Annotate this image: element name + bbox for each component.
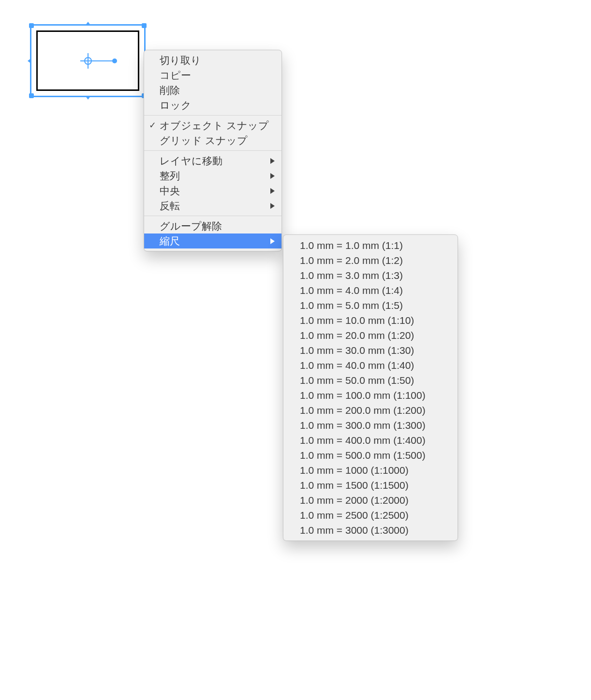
scale-option-label: 1.0 mm = 3000 (1:3000) <box>300 525 409 536</box>
submenu-arrow-icon <box>270 188 275 194</box>
scale-option-label: 1.0 mm = 100.0 mm (1:100) <box>300 390 426 401</box>
menu-item-label: グループ解除 <box>160 219 222 233</box>
scale-option-label: 1.0 mm = 400.0 mm (1:400) <box>300 435 426 446</box>
rotation-handle-line <box>88 60 115 61</box>
menu-item-align[interactable]: 整列 <box>144 168 281 183</box>
resize-handle-bottom-left[interactable] <box>29 93 34 98</box>
scale-option[interactable]: 1.0 mm = 2000 (1:2000) <box>283 493 458 508</box>
scale-option-label: 1.0 mm = 2.0 mm (1:2) <box>300 255 403 266</box>
context-menu: 切り取り コピー 削除 ロック ✓ オブジェクト スナップ グリッド スナップ … <box>144 50 282 251</box>
menu-item-label: 削除 <box>160 84 180 97</box>
scale-option[interactable]: 1.0 mm = 1000 (1:1000) <box>283 463 458 478</box>
menu-item-label: 反転 <box>160 199 180 213</box>
checkmark-icon: ✓ <box>149 120 156 131</box>
submenu-arrow-icon <box>270 203 275 209</box>
scale-option[interactable]: 1.0 mm = 1500 (1:1500) <box>283 478 458 493</box>
scale-option-label: 1.0 mm = 500.0 mm (1:500) <box>300 450 426 461</box>
menu-item-label: 切り取り <box>160 54 201 67</box>
submenu-arrow-icon <box>270 173 275 179</box>
submenu-arrow-icon <box>270 238 275 244</box>
menu-item-label: グリッド スナップ <box>160 134 248 147</box>
scale-option-label: 1.0 mm = 5.0 mm (1:5) <box>300 300 403 311</box>
resize-handle-top-right[interactable] <box>142 23 147 28</box>
resize-handle-top-left[interactable] <box>29 23 34 28</box>
scale-option[interactable]: 1.0 mm = 2.0 mm (1:2) <box>283 253 458 268</box>
scale-option-label: 1.0 mm = 20.0 mm (1:20) <box>300 330 414 341</box>
menu-item-label: レイヤに移動 <box>160 154 222 168</box>
menu-separator <box>144 216 281 216</box>
menu-item-label: ロック <box>160 99 192 112</box>
scale-option[interactable]: 1.0 mm = 40.0 mm (1:40) <box>283 358 458 373</box>
scale-option[interactable]: 1.0 mm = 300.0 mm (1:300) <box>283 418 458 433</box>
scale-option[interactable]: 1.0 mm = 5.0 mm (1:5) <box>283 298 458 313</box>
selected-object[interactable] <box>30 24 146 97</box>
scale-option-label: 1.0 mm = 50.0 mm (1:50) <box>300 375 414 386</box>
scale-submenu: 1.0 mm = 1.0 mm (1:1) 1.0 mm = 2.0 mm (1… <box>283 234 458 541</box>
scale-option[interactable]: 1.0 mm = 500.0 mm (1:500) <box>283 448 458 463</box>
scale-option[interactable]: 1.0 mm = 3.0 mm (1:3) <box>283 268 458 283</box>
menu-item-copy[interactable]: コピー <box>144 68 281 83</box>
menu-item-label: オブジェクト スナップ <box>160 119 269 132</box>
resize-handle-left[interactable] <box>28 58 31 64</box>
menu-item-scale[interactable]: 縮尺 <box>144 233 281 248</box>
scale-option[interactable]: 1.0 mm = 50.0 mm (1:50) <box>283 373 458 388</box>
menu-separator <box>144 115 281 116</box>
scale-option[interactable]: 1.0 mm = 30.0 mm (1:30) <box>283 343 458 358</box>
menu-item-delete[interactable]: 削除 <box>144 83 281 98</box>
menu-item-ungroup[interactable]: グループ解除 <box>144 219 281 233</box>
rotation-handle[interactable] <box>112 58 117 63</box>
scale-option[interactable]: 1.0 mm = 4.0 mm (1:4) <box>283 283 458 298</box>
menu-item-label: コピー <box>160 69 191 82</box>
submenu-arrow-icon <box>270 158 275 164</box>
scale-option[interactable]: 1.0 mm = 100.0 mm (1:100) <box>283 388 458 403</box>
scale-option-label: 1.0 mm = 3.0 mm (1:3) <box>300 270 403 281</box>
scale-option-label: 1.0 mm = 40.0 mm (1:40) <box>300 360 414 371</box>
menu-item-cut[interactable]: 切り取り <box>144 53 281 68</box>
scale-option-label: 1.0 mm = 10.0 mm (1:10) <box>300 315 414 326</box>
menu-item-grid-snap[interactable]: グリッド スナップ <box>144 133 281 148</box>
resize-handle-bottom[interactable] <box>85 96 91 100</box>
scale-option[interactable]: 1.0 mm = 200.0 mm (1:200) <box>283 403 458 418</box>
menu-item-object-snap[interactable]: ✓ オブジェクト スナップ <box>144 118 281 133</box>
scale-option-label: 1.0 mm = 2000 (1:2000) <box>300 495 409 506</box>
scale-option[interactable]: 1.0 mm = 2500 (1:2500) <box>283 508 458 523</box>
menu-separator <box>144 150 281 151</box>
scale-option-label: 1.0 mm = 2500 (1:2500) <box>300 510 409 521</box>
scale-option-label: 1.0 mm = 300.0 mm (1:300) <box>300 420 426 431</box>
menu-item-center[interactable]: 中央 <box>144 183 281 198</box>
menu-item-label: 縮尺 <box>160 234 180 248</box>
scale-option-label: 1.0 mm = 200.0 mm (1:200) <box>300 405 426 416</box>
scale-option-label: 1.0 mm = 1500 (1:1500) <box>300 480 409 491</box>
scale-option-label: 1.0 mm = 4.0 mm (1:4) <box>300 285 403 296</box>
menu-item-lock[interactable]: ロック <box>144 98 281 113</box>
menu-item-label: 整列 <box>160 169 180 183</box>
scale-option[interactable]: 1.0 mm = 10.0 mm (1:10) <box>283 313 458 328</box>
menu-item-move-to-layer[interactable]: レイヤに移動 <box>144 153 281 168</box>
scale-option-label: 1.0 mm = 1.0 mm (1:1) <box>300 240 403 251</box>
scale-option-label: 1.0 mm = 30.0 mm (1:30) <box>300 345 414 356</box>
scale-option-label: 1.0 mm = 1000 (1:1000) <box>300 465 409 476</box>
scale-option[interactable]: 1.0 mm = 20.0 mm (1:20) <box>283 328 458 343</box>
menu-item-flip[interactable]: 反転 <box>144 198 281 213</box>
scale-option[interactable]: 1.0 mm = 400.0 mm (1:400) <box>283 433 458 448</box>
resize-handle-top[interactable] <box>85 22 91 26</box>
scale-option[interactable]: 1.0 mm = 1.0 mm (1:1) <box>283 238 458 253</box>
scale-option[interactable]: 1.0 mm = 3000 (1:3000) <box>283 523 458 538</box>
menu-item-label: 中央 <box>160 184 180 198</box>
